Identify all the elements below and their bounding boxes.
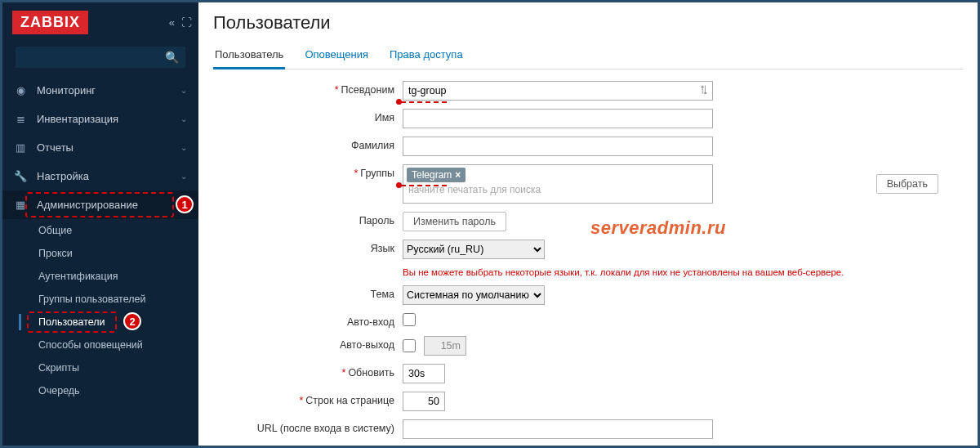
sidebar-item-monitoring[interactable]: ◉ Мониторинг ⌄ (2, 76, 198, 105)
sidebar-sub-usergroups[interactable]: Группы пользователей (2, 288, 198, 311)
search-icon: 🔍 (165, 51, 179, 64)
chevron-down-icon: ⌄ (180, 86, 187, 95)
expand-icon[interactable]: ⛶ (181, 16, 192, 29)
groups-multiselect[interactable]: Telegram × начните печатать для поиска (403, 164, 713, 204)
eye-icon: ◉ (14, 84, 27, 96)
wrench-icon: 🔧 (14, 170, 27, 182)
select-groups-button[interactable]: Выбрать (876, 174, 938, 194)
sidebar-label: Настройка (37, 170, 89, 182)
sidebar-sub-mediatypes[interactable]: Способы оповещений (2, 334, 198, 356)
label-theme: Тема (371, 289, 394, 300)
sidebar-sub-auth[interactable]: Аутентификация (2, 265, 198, 288)
annotation-badge-1: 1 (176, 195, 194, 213)
chevron-down-icon: ⌄ (180, 114, 187, 123)
collapse-icon[interactable]: « (169, 16, 175, 29)
sidebar: ZABBIX « ⛶ 🔍 ◉ Мониторинг ⌄ ≣ Инвентариз… (2, 2, 198, 446)
sidebar-label: Администрирование (37, 199, 138, 211)
main: Пользователи Пользователь Оповещения Пра… (198, 2, 978, 446)
sidebar-sub-label: Пользователи (38, 316, 105, 328)
sidebar-item-administration[interactable]: ▦ Администрирование ⌄ 1 (2, 190, 198, 219)
label-password: Пароль (359, 215, 394, 226)
label-name: Имя (375, 112, 394, 123)
annotation-badge-2: 2 (123, 312, 141, 330)
tab-media[interactable]: Оповещения (303, 43, 370, 69)
sidebar-item-config[interactable]: 🔧 Настройка ⌄ (2, 162, 198, 190)
sidebar-label: Отчеты (37, 141, 74, 154)
logo: ZABBIX (12, 11, 88, 34)
chevron-down-icon: ⌄ (180, 143, 187, 152)
label-groups: Группы (360, 168, 394, 179)
sidebar-sub-proxies[interactable]: Прокси (2, 242, 198, 265)
list-icon: ≣ (14, 113, 27, 125)
group-chip[interactable]: Telegram × (407, 168, 466, 182)
label-alias: Псевдоним (341, 84, 394, 96)
sidebar-label: Мониторинг (37, 84, 96, 96)
sidebar-item-reports[interactable]: ▥ Отчеты ⌄ (2, 133, 198, 162)
autologout-checkbox[interactable] (403, 339, 416, 352)
sidebar-sub-general[interactable]: Общие (2, 219, 198, 242)
label-autologout: Авто-выход (340, 339, 394, 351)
lang-warning: Вы не можете выбрать некоторые языки, т.… (403, 267, 844, 277)
sidebar-sub-scripts[interactable]: Скрипты (2, 356, 198, 379)
refresh-input[interactable] (403, 364, 445, 383)
tabs: Пользователь Оповещения Права доступа (213, 43, 963, 69)
gear-icon: ▦ (14, 199, 27, 211)
search-input[interactable]: 🔍 (16, 47, 185, 68)
rows-input[interactable] (403, 392, 445, 411)
caps-icon: ⮁ (699, 84, 709, 96)
groups-placeholder: начните печатать для поиска (407, 182, 709, 195)
tab-user[interactable]: Пользователь (213, 43, 285, 69)
label-refresh: Обновить (348, 367, 394, 379)
name-input[interactable] (403, 109, 713, 128)
label-url: URL (после входа в систему) (257, 423, 394, 434)
sidebar-sub-users[interactable]: Пользователи 2 (2, 311, 198, 334)
sidebar-label: Инвентаризация (37, 113, 118, 125)
chip-remove-icon[interactable]: × (455, 169, 461, 181)
lang-select[interactable]: Русский (ru_RU) (403, 240, 545, 259)
page-title: Пользователи (213, 12, 963, 34)
sidebar-item-inventory[interactable]: ≣ Инвентаризация ⌄ (2, 105, 198, 133)
label-surname: Фамилия (351, 140, 394, 151)
alias-input[interactable] (403, 81, 713, 101)
theme-select[interactable]: Системная по умолчанию (403, 285, 545, 305)
label-lang: Язык (371, 243, 394, 254)
surname-input[interactable] (403, 137, 713, 156)
url-input[interactable] (403, 419, 713, 439)
label-autologin: Авто-вход (347, 316, 394, 328)
chip-label: Telegram (412, 169, 452, 181)
chart-icon: ▥ (14, 141, 27, 154)
tab-permissions[interactable]: Права доступа (388, 43, 465, 69)
label-rows: Строк на странице (305, 395, 394, 406)
chevron-down-icon: ⌄ (180, 172, 187, 181)
sidebar-sub-queue[interactable]: Очередь (2, 379, 198, 402)
autologin-checkbox[interactable] (403, 313, 416, 326)
change-password-button[interactable]: Изменить пароль (403, 212, 506, 231)
autologout-input (424, 336, 466, 356)
